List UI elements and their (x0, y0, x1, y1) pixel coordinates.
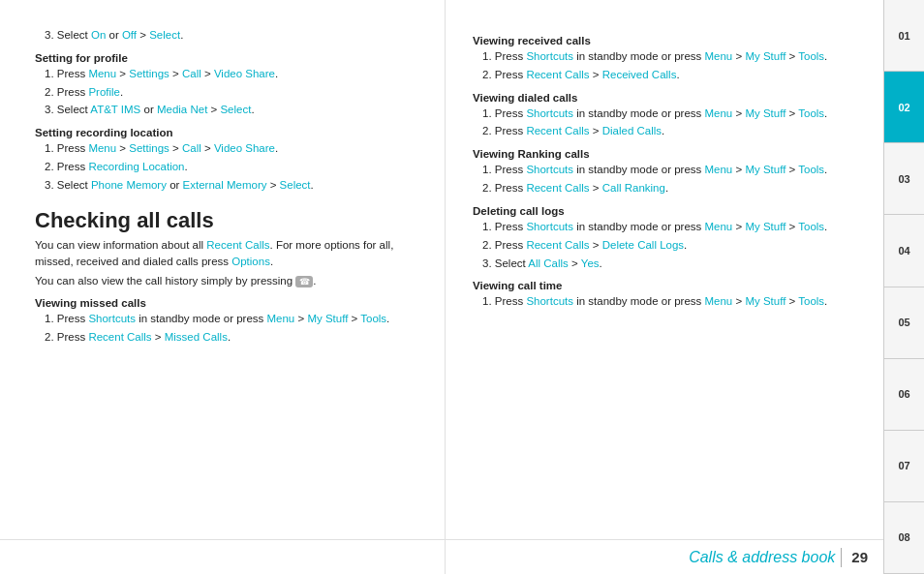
received-calls-link[interactable]: Received Calls (602, 69, 677, 80)
section-dialed-calls-title: Viewing dialed calls (473, 92, 905, 104)
tab-bar: 01 02 03 04 05 06 07 08 (883, 0, 924, 574)
off-link[interactable]: Off (122, 29, 137, 41)
section-viewing-ranking-calls: Viewing Ranking calls 1. Press Shortcuts… (473, 148, 905, 197)
mystuff-link-rk1[interactable]: My Stuff (745, 164, 785, 175)
attims-link[interactable]: AT&T IMS (90, 104, 140, 115)
settings-link-2[interactable]: Settings (129, 142, 169, 154)
shortcuts-link-r1[interactable]: Shortcuts (526, 50, 573, 62)
checking-desc-1: You can view information about all Recen… (35, 237, 421, 271)
shortcuts-link-d1[interactable]: Shortcuts (526, 107, 573, 119)
step-delete-1: 1. Press Shortcuts in standby mode or pr… (473, 219, 905, 236)
missed-calls-link[interactable]: Missed Calls (165, 331, 228, 343)
section-viewing-received-calls: Viewing received calls 1. Press Shortcut… (473, 35, 905, 84)
recent-calls-link-dl2[interactable]: Recent Calls (526, 239, 589, 251)
on-link[interactable]: On (91, 29, 106, 41)
tools-link-rk1[interactable]: Tools (798, 164, 824, 175)
section-viewing-call-time: Viewing call time 1. Press Shortcuts in … (473, 280, 905, 311)
step-ranking-2: 2. Press Recent Calls > Call Ranking. (473, 180, 905, 197)
mystuff-link-r1[interactable]: My Stuff (745, 50, 785, 62)
mystuff-link-dl1[interactable]: My Stuff (745, 221, 785, 232)
step-calltime-1: 1. Press Shortcuts in standby mode or pr… (473, 293, 905, 311)
mystuff-link-ct1[interactable]: My Stuff (745, 295, 785, 307)
bottom-separator (841, 548, 842, 567)
tab-08[interactable]: 08 (883, 502, 924, 574)
menu-link-dl1[interactable]: Menu (704, 221, 732, 232)
mystuff-link-m1[interactable]: My Stuff (307, 313, 348, 324)
menu-link-d1[interactable]: Menu (704, 107, 732, 119)
tab-04[interactable]: 04 (883, 215, 924, 287)
menu-link-ct1[interactable]: Menu (704, 295, 732, 307)
tab-03[interactable]: 03 (883, 143, 924, 215)
right-column: Viewing received calls 1. Press Shortcut… (446, 0, 924, 574)
call-link-1[interactable]: Call (182, 68, 201, 79)
step-3-intro: 3. Select On or Off > Select. (35, 27, 421, 45)
select-link-3[interactable]: Select (280, 179, 311, 191)
recent-calls-link-r2[interactable]: Recent Calls (526, 69, 589, 80)
menu-link-rk1[interactable]: Menu (704, 164, 732, 175)
yes-link[interactable]: Yes (581, 257, 600, 269)
menu-link-1[interactable]: Menu (88, 68, 116, 79)
recent-calls-link-m2[interactable]: Recent Calls (88, 331, 151, 343)
select-link-2[interactable]: Select (220, 104, 251, 115)
call-ranking-link[interactable]: Call Ranking (602, 182, 665, 194)
select-link[interactable]: Select (149, 29, 180, 41)
section-missed-calls-title: Viewing missed calls (35, 297, 421, 309)
shortcuts-link-rk1[interactable]: Shortcuts (526, 164, 573, 175)
step-dialed-1: 1. Press Shortcuts in standby mode or pr… (473, 106, 905, 123)
mystuff-link-d1[interactable]: My Stuff (745, 107, 785, 119)
section-received-calls-title: Viewing received calls (473, 35, 905, 46)
menu-link-r1[interactable]: Menu (704, 50, 732, 62)
page: 3. Select On or Off > Select. Setting fo… (0, 0, 924, 574)
tab-05[interactable]: 05 (883, 287, 924, 359)
phone-memory-link[interactable]: Phone Memory (91, 179, 167, 191)
section-call-time-title: Viewing call time (473, 280, 905, 291)
bottom-bar: Calls & address book 29 (0, 539, 883, 574)
tools-link-dl1[interactable]: Tools (798, 221, 824, 232)
section-checking-all-calls: Checking all calls You can view informat… (35, 208, 421, 289)
step-missed-1: 1. Press Shortcuts in standby mode or pr… (35, 311, 421, 328)
section-deleting-call-logs: Deleting call logs 1. Press Shortcuts in… (473, 205, 905, 272)
call-link-2[interactable]: Call (182, 142, 201, 154)
step-received-1: 1. Press Shortcuts in standby mode or pr… (473, 48, 905, 66)
phone-button-icon: ☎ (295, 276, 313, 287)
step-s1-3: 3. Select AT&T IMS or Media Net > Select… (35, 102, 421, 119)
shortcuts-link-ct1[interactable]: Shortcuts (526, 295, 573, 307)
shortcuts-link-m1[interactable]: Shortcuts (88, 313, 136, 324)
checking-desc-2: You can also view the call history simpl… (35, 273, 421, 289)
tab-06[interactable]: 06 (883, 359, 924, 431)
step-s1-1: 1. Press Menu > Settings > Call > Video … (35, 66, 421, 83)
tab-02[interactable]: 02 (883, 72, 924, 143)
tools-link-r1[interactable]: Tools (798, 50, 824, 62)
options-link[interactable]: Options (231, 256, 270, 267)
tools-link-d1[interactable]: Tools (798, 107, 824, 119)
tools-link-ct1[interactable]: Tools (798, 295, 824, 307)
settings-link-1[interactable]: Settings (129, 68, 169, 79)
external-memory-link[interactable]: External Memory (183, 179, 267, 191)
tab-01[interactable]: 01 (883, 0, 924, 72)
videoshare-link-1[interactable]: Video Share (214, 68, 275, 79)
tools-link-m1[interactable]: Tools (360, 313, 386, 324)
medianet-link[interactable]: Media Net (157, 104, 207, 115)
shortcuts-link-dl1[interactable]: Shortcuts (526, 221, 573, 232)
recent-calls-link-rk2[interactable]: Recent Calls (526, 182, 589, 194)
recording-location-link[interactable]: Recording Location (88, 161, 184, 172)
section-recording-location: Setting recording location 1. Press Menu… (35, 127, 421, 194)
videoshare-link-2[interactable]: Video Share (214, 142, 275, 154)
step-delete-3: 3. Select All Calls > Yes. (473, 256, 905, 273)
menu-link-2[interactable]: Menu (88, 142, 116, 154)
menu-link-m1[interactable]: Menu (266, 313, 294, 324)
step-dialed-2: 2. Press Recent Calls > Dialed Calls. (473, 123, 905, 140)
step-s2-3: 3. Select Phone Memory or External Memor… (35, 177, 421, 195)
profile-link[interactable]: Profile (88, 86, 120, 98)
section-setting-profile: Setting for profile 1. Press Menu > Sett… (35, 52, 421, 119)
tab-07[interactable]: 07 (883, 431, 924, 502)
recent-calls-link-d2[interactable]: Recent Calls (526, 125, 589, 136)
all-calls-link[interactable]: All Calls (528, 257, 569, 269)
dialed-calls-link[interactable]: Dialed Calls (602, 125, 662, 136)
delete-call-logs-link[interactable]: Delete Call Logs (602, 239, 684, 251)
recent-calls-link-1[interactable]: Recent Calls (206, 239, 269, 251)
section-viewing-missed-calls: Viewing missed calls 1. Press Shortcuts … (35, 297, 421, 347)
left-column: 3. Select On or Off > Select. Setting fo… (0, 0, 446, 574)
step-missed-2: 2. Press Recent Calls > Missed Calls. (35, 329, 421, 347)
bottom-page-number: 29 (851, 549, 868, 565)
